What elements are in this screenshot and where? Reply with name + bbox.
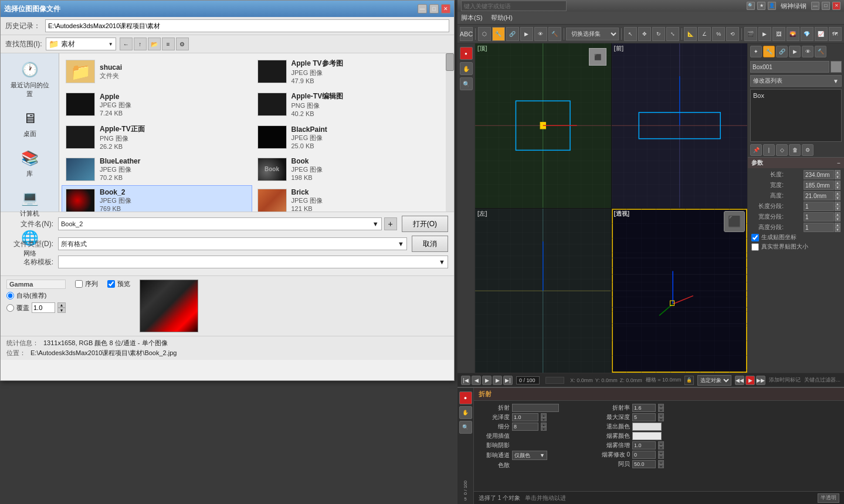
hseg-spin-down[interactable]: ▼ <box>835 227 840 232</box>
show-all-btn[interactable]: | <box>763 144 775 156</box>
toolbar-btn-1[interactable]: ABC <box>460 27 473 41</box>
user-icon[interactable]: 👤 <box>768 2 776 10</box>
fog-color-swatch[interactable] <box>632 432 662 440</box>
refrrate-up[interactable]: ▲ <box>658 404 664 408</box>
length-spin-down[interactable]: ▼ <box>835 175 840 179</box>
lseg-spin-down[interactable]: ▼ <box>835 206 840 211</box>
nav-library[interactable]: 📚 库 <box>6 147 53 181</box>
dispersion-down[interactable]: ▼ <box>658 464 664 468</box>
subdiv-input[interactable] <box>512 423 538 431</box>
max-button[interactable]: □ <box>822 2 830 10</box>
list-item[interactable]: Apple TV参考图 JPEG 图像 47.9 KB <box>253 56 444 87</box>
mat-editor-btn[interactable]: 💎 <box>801 27 814 41</box>
back-button[interactable]: ← <box>120 38 133 50</box>
history-input[interactable] <box>45 19 449 32</box>
semi-transparent-label[interactable]: 半透明 <box>818 493 839 503</box>
fogbias-down[interactable]: ▼ <box>658 455 664 459</box>
select-obj-btn[interactable]: ↖ <box>624 27 637 41</box>
tools-button[interactable]: ⚙ <box>176 38 189 50</box>
mat-strip-btn-3[interactable]: 🔍 <box>459 421 472 434</box>
list-item[interactable]: Brick JPEG 图像 121 KB <box>253 185 444 212</box>
cancel-button[interactable]: 取消 <box>412 236 448 252</box>
select-combo[interactable]: 切换选择集 <box>566 28 619 40</box>
scale-btn[interactable]: ⤡ <box>666 27 679 41</box>
nameprefix-combo[interactable]: ▼ <box>58 256 448 268</box>
prev-frame-btn[interactable]: ◀ <box>472 376 481 385</box>
width-spin-up[interactable]: ▲ <box>835 181 840 185</box>
menu-help[interactable]: 帮助(H) <box>491 13 513 22</box>
menu-script[interactable]: 脚本(S) <box>461 13 483 22</box>
fogmult-down[interactable]: ▼ <box>658 445 664 449</box>
goto-start-btn[interactable]: |◀ <box>461 376 470 385</box>
modify-btn[interactable]: 🔧 <box>492 27 505 41</box>
render-frame-btn[interactable]: 🖼 <box>772 27 785 41</box>
list-item[interactable]: 📁 shucai 文件夹 <box>62 56 252 87</box>
viewport-perspective[interactable]: [透视] <box>612 209 748 373</box>
hierarchy-btn[interactable]: 🔗 <box>506 27 519 41</box>
height-spin-up[interactable]: ▲ <box>835 191 840 196</box>
curve-editor-btn[interactable]: 📈 <box>815 27 828 41</box>
remove-modifier-btn[interactable]: 🗑 <box>789 144 801 156</box>
gamma-spin-down[interactable]: ▼ <box>57 308 66 313</box>
min-button[interactable]: — <box>811 2 819 10</box>
maxdepth-input[interactable] <box>632 413 656 421</box>
display-btn[interactable]: 👁 <box>534 27 547 41</box>
spinner-snap-btn[interactable]: ⟲ <box>726 27 739 41</box>
heightsegs-input[interactable] <box>804 223 834 232</box>
dispersion-input[interactable] <box>632 460 656 468</box>
fogmult-up[interactable]: ▲ <box>658 441 664 445</box>
zoom-btn[interactable]: 🔍 <box>460 77 473 90</box>
create-btn[interactable]: ⬡ <box>478 27 491 41</box>
timeline-track[interactable] <box>545 377 564 384</box>
mat-strip-btn-2[interactable]: ✋ <box>459 406 472 419</box>
mat-strip-btn-1[interactable]: ● <box>459 391 472 404</box>
lseg-spin-up[interactable]: ▲ <box>835 202 840 206</box>
filetype-combo[interactable]: 所有格式 ▼ <box>58 237 407 250</box>
object-color-swatch[interactable] <box>831 61 842 73</box>
rotate-btn[interactable]: ↻ <box>652 27 665 41</box>
exit-color-swatch[interactable] <box>632 423 662 431</box>
filename-combo[interactable]: Book_2 ▼ <box>58 217 382 230</box>
utilities-btn[interactable]: 🔨 <box>548 27 561 41</box>
location-combo[interactable]: 📁 素材 ▼ <box>46 38 116 50</box>
new-folder-button[interactable]: 📂 <box>148 38 161 50</box>
angle-snap-btn[interactable]: ∠ <box>698 27 711 41</box>
play-btn[interactable]: ▶ <box>482 376 492 385</box>
gamma-spin-up[interactable]: ▲ <box>57 302 66 308</box>
dispersion-up[interactable]: ▲ <box>658 460 664 464</box>
auto-gamma-radio[interactable] <box>6 292 14 299</box>
params-section-header[interactable]: 参数 − <box>748 157 844 168</box>
add-time-tag[interactable]: 添加时间标记 <box>769 376 801 384</box>
override-gamma-radio[interactable] <box>6 304 14 312</box>
render-btn[interactable]: ▶ <box>758 27 771 41</box>
play-anim-btn[interactable]: ▶ <box>745 376 755 385</box>
schematic-btn[interactable]: 🗺 <box>829 27 842 41</box>
motion-btn[interactable]: ▶ <box>520 27 533 41</box>
list-item[interactable]: Apple JPEG 图像 7.24 KB <box>62 88 252 120</box>
nav-desktop[interactable]: 🖥 桌面 <box>6 107 53 141</box>
hseg-spin-up[interactable]: ▲ <box>835 223 840 227</box>
fogmult-input[interactable] <box>632 441 656 449</box>
view-menu-button[interactable]: ≡ <box>162 38 175 50</box>
move-btn[interactable]: ✥ <box>638 27 651 41</box>
wseg-spin-up[interactable]: ▲ <box>835 212 840 217</box>
timeline-label[interactable]: 0 / 100 <box>463 481 468 495</box>
star-icon[interactable]: ★ <box>757 2 765 10</box>
viewport-top[interactable]: [顶] ⬛ <box>475 43 611 208</box>
maxdepth-up[interactable]: ▲ <box>658 413 664 417</box>
genuvw-checkbox[interactable] <box>751 234 759 241</box>
snap-btn[interactable]: 📐 <box>684 27 697 41</box>
lengthsegs-input[interactable] <box>804 202 834 211</box>
list-item[interactable]: Apple-TV正面 PNG 图像 26.2 KB <box>62 121 252 153</box>
widthsegs-input[interactable] <box>804 212 834 222</box>
next-key-btn[interactable]: ▶▶ <box>756 376 765 385</box>
nav-computer[interactable]: 💻 计算机 <box>6 186 53 220</box>
realworld-checkbox[interactable] <box>751 243 759 251</box>
pin-stack-btn[interactable]: 📌 <box>750 144 762 156</box>
env-effects-btn[interactable]: 🌄 <box>787 27 799 41</box>
modifier-list-combo[interactable]: 修改器列表 ▼ <box>750 75 842 87</box>
maximize-button[interactable]: □ <box>429 4 439 13</box>
key-lock-icon[interactable]: 🔒 <box>684 376 694 385</box>
wseg-spin-down[interactable]: ▼ <box>835 217 840 222</box>
override-gamma-input[interactable] <box>32 302 55 313</box>
